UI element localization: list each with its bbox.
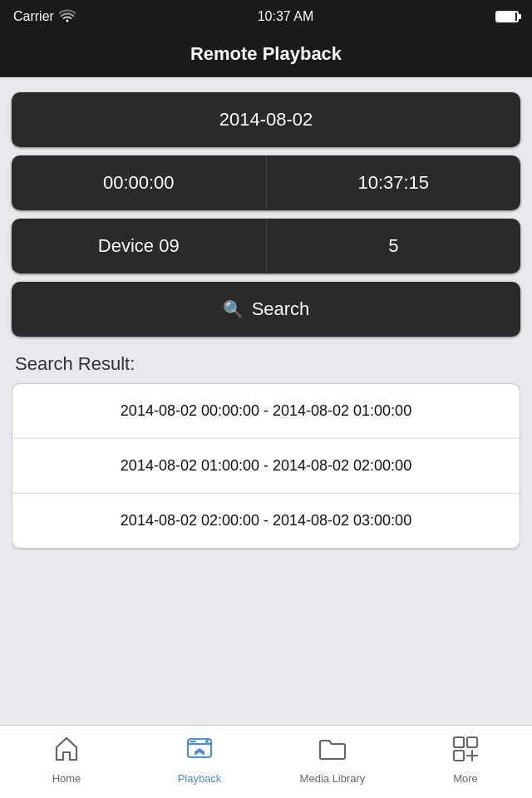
tab-home-label: Home bbox=[52, 772, 81, 785]
result-item-0[interactable]: 2014-08-02 00:00:00 - 2014-08-02 01:00:0… bbox=[12, 384, 520, 439]
svg-rect-2 bbox=[454, 737, 464, 747]
date-row: 2014-08-02 bbox=[12, 92, 520, 147]
navigation-bar: Remote Playback bbox=[0, 33, 532, 77]
tab-media-label: Media Library bbox=[300, 772, 366, 785]
carrier-area: Carrier bbox=[13, 9, 76, 25]
tab-home[interactable]: Home bbox=[0, 726, 133, 798]
result-list: 2014-08-02 00:00:00 - 2014-08-02 01:00:0… bbox=[12, 383, 520, 549]
svg-rect-3 bbox=[467, 737, 477, 747]
tab-more[interactable]: More bbox=[399, 726, 532, 798]
tab-media-library[interactable]: Media Library bbox=[266, 726, 399, 798]
home-icon bbox=[52, 734, 81, 768]
svg-point-1 bbox=[205, 740, 209, 743]
search-icon: 🔍 bbox=[223, 299, 244, 319]
search-label: Search bbox=[252, 298, 310, 320]
device-row: Device 09 5 bbox=[12, 219, 520, 273]
page-title: Remote Playback bbox=[190, 43, 342, 64]
device-picker[interactable]: Device 09 bbox=[12, 219, 266, 273]
time-label: 10:37 AM bbox=[258, 9, 314, 24]
search-button[interactable]: 🔍 Search bbox=[12, 282, 520, 337]
channel-picker[interactable]: 5 bbox=[266, 219, 521, 273]
main-content: 2014-08-02 00:00:00 10:37:15 Device 09 5… bbox=[0, 77, 532, 725]
status-bar: Carrier 10:37 AM bbox=[0, 0, 532, 33]
start-time-picker[interactable]: 00:00:00 bbox=[12, 155, 266, 210]
playback-icon bbox=[185, 734, 214, 768]
end-time-picker[interactable]: 10:37:15 bbox=[266, 155, 521, 210]
tab-playback-label: Playback bbox=[178, 772, 222, 785]
carrier-label: Carrier bbox=[13, 9, 54, 24]
result-section: Search Result: 2014-08-02 00:00:00 - 201… bbox=[12, 345, 520, 717]
date-picker[interactable]: 2014-08-02 bbox=[12, 92, 520, 147]
result-item-1[interactable]: 2014-08-02 01:00:00 - 2014-08-02 02:00:0… bbox=[12, 439, 520, 494]
battery-icon bbox=[495, 11, 519, 22]
more-icon bbox=[451, 734, 480, 768]
tab-bar: Home Playback Media Library bbox=[0, 725, 532, 798]
tab-playback[interactable]: Playback bbox=[133, 726, 266, 798]
svg-rect-4 bbox=[454, 751, 464, 761]
result-label: Search Result: bbox=[12, 345, 520, 383]
folder-icon bbox=[318, 734, 347, 768]
tab-more-label: More bbox=[453, 772, 478, 785]
time-row: 00:00:00 10:37:15 bbox=[12, 155, 520, 210]
result-item-2[interactable]: 2014-08-02 02:00:00 - 2014-08-02 03:00:0… bbox=[12, 494, 520, 548]
wifi-icon bbox=[59, 9, 76, 25]
